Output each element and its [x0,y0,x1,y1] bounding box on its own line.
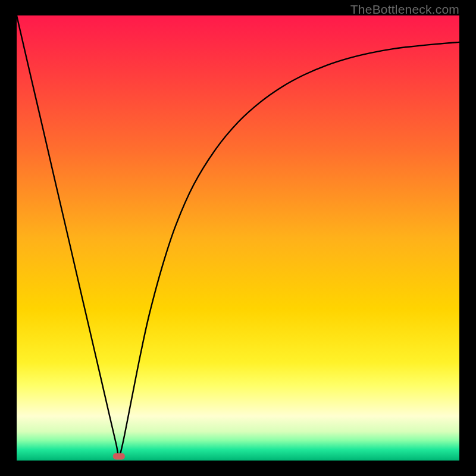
watermark-text: TheBottleneck.com [350,2,459,17]
gradient-background [17,15,459,461]
chart-frame [17,15,459,461]
optimal-point-marker [113,453,125,460]
bottleneck-chart [17,15,459,461]
